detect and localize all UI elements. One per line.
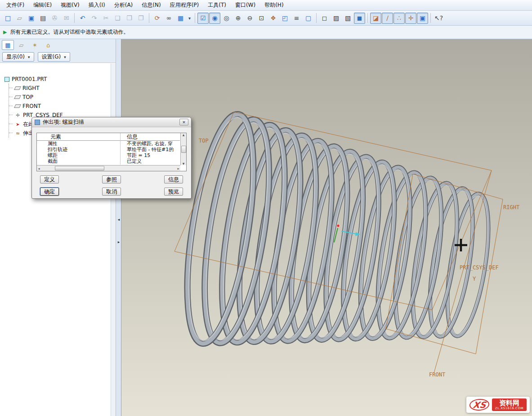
saved-views-button[interactable]: ◰	[279, 13, 291, 24]
print-button[interactable]: ▤	[37, 13, 49, 24]
element-table: 元素 信息 属性 不变的螺距, 右旋, 穿 扫引轨迹 草绘平面 - 特征#1的 …	[36, 133, 187, 171]
collapse-left-icon[interactable]: ◂	[116, 217, 121, 222]
tree-item-top-plane[interactable]: TOP	[9, 93, 116, 102]
point-display-button[interactable]: ∴	[393, 13, 405, 24]
folder-browser-tab[interactable]: ▱	[15, 40, 27, 50]
define-button[interactable]: 定义	[40, 175, 59, 183]
tree-root-part[interactable]: PRT0001.PRT	[4, 75, 116, 84]
column-header-info: 信息	[121, 133, 180, 140]
scrollbar-thumb[interactable]	[55, 166, 104, 170]
print-manager-button: ✇	[49, 13, 60, 24]
annotation-display-button[interactable]: ▣	[417, 13, 428, 24]
context-help-button[interactable]: ↖?	[433, 13, 444, 24]
save-button[interactable]: ▣	[26, 13, 37, 24]
tree-item-label: FRONT	[22, 103, 41, 109]
undo-button[interactable]: ↶	[77, 13, 88, 24]
csys-display-button[interactable]: ✛	[405, 13, 416, 24]
menu-edit[interactable]: 编辑(E)	[29, 0, 56, 10]
menu-tools[interactable]: 工具(T)	[203, 0, 231, 10]
horizontal-scrollbar[interactable]: ◄ ►	[37, 165, 180, 171]
no-hidden-button[interactable]: ▧	[342, 13, 353, 24]
expand-right-icon[interactable]: ▸	[116, 240, 121, 244]
csys-label: PRT_CSYS_DEF	[460, 264, 499, 271]
cell-element: 截面	[37, 158, 121, 165]
settings-dropdown-button[interactable]: 设置(G) ▾	[38, 52, 70, 62]
display-visibility-button[interactable]: ◎	[221, 13, 232, 24]
repaint-button[interactable]: ❖	[268, 13, 279, 24]
menu-insert[interactable]: 插入(I)	[84, 0, 110, 10]
dialog-title: 伸出项: 螺旋扫描	[43, 118, 84, 126]
close-icon[interactable]: ✕	[179, 119, 188, 125]
dialog-title-bar[interactable]: 伸出项: 螺旋扫描 ✕	[32, 117, 191, 127]
new-file-button[interactable]: □	[2, 13, 13, 24]
application-window: 文件(F) 编辑(E) 视图(V) 插入(I) 分析(A) 信息(N) 应用程序…	[0, 0, 532, 416]
menu-help[interactable]: 帮助(H)	[260, 0, 288, 10]
panel-splitter[interactable]: ◂ ▸	[116, 39, 121, 416]
ok-button[interactable]: 确定	[40, 188, 59, 196]
menu-info[interactable]: 信息(N)	[137, 0, 165, 10]
graphics-area[interactable]: TOP RIGHT FRONT PRT_CSYS_DEF Y XS 资料网 ZL…	[121, 39, 532, 416]
table-row-section[interactable]: 截面 已定义	[37, 158, 180, 164]
datum-axis-display-button[interactable]: ∕	[382, 13, 393, 24]
sketcher-palette-button[interactable]: ◉	[209, 13, 220, 24]
filter-dropdown-arrow[interactable]: ▾	[187, 13, 192, 24]
zoom-out-button[interactable]: ⊖	[244, 13, 255, 24]
cancel-button[interactable]: 取消	[102, 188, 121, 196]
paste-special-button: ❐	[135, 13, 147, 24]
datum-plane-icon	[14, 95, 21, 99]
open-folder-button[interactable]: ▱	[14, 13, 25, 24]
preview-button[interactable]: 预览	[164, 188, 183, 196]
tree-item-front-plane[interactable]: FRONT	[9, 102, 116, 111]
datum-plane-display-button[interactable]: ◪	[370, 13, 381, 24]
find-button[interactable]: ∞	[163, 13, 174, 24]
right-plane-label: RIGHT	[503, 204, 519, 210]
references-button[interactable]: 参照	[102, 175, 121, 183]
main-area: ▦ ▱ ✶ ⌂ 显示(0) ▾ 设置(G) ▾ PRT0001.PRT	[0, 39, 532, 416]
dialog-button-row-1: 定义 参照 信息	[36, 175, 187, 183]
spring-model[interactable]	[174, 110, 496, 348]
scroll-left-icon[interactable]: ◄	[38, 167, 40, 170]
menu-file[interactable]: 文件(F)	[2, 0, 29, 10]
chevron-down-icon: ▾	[64, 55, 66, 59]
dialog-icon	[35, 120, 40, 125]
3d-scene: TOP RIGHT FRONT PRT_CSYS_DEF Y	[121, 39, 532, 416]
table-rows: 属性 不变的螺距, 右旋, 穿 扫引轨迹 草绘平面 - 特征#1的 螺距 节距 …	[37, 141, 180, 164]
history-tab[interactable]: ⌂	[42, 40, 54, 50]
watermark-domain: ZL.XS1616.COM	[495, 407, 523, 410]
csys-y-axis-label: Y	[473, 276, 476, 282]
vertical-scrollbar[interactable]: ▲ ▼	[180, 133, 186, 165]
menu-window[interactable]: 窗口(W)	[231, 0, 260, 10]
shaded-button[interactable]: ◼	[354, 13, 365, 24]
menu-view[interactable]: 视图(V)	[56, 0, 84, 10]
tree-root-label: PRT0001.PRT	[12, 76, 47, 82]
toolbar-separator	[367, 13, 368, 23]
tree-item-right-plane[interactable]: RIGHT	[9, 84, 116, 93]
scrollbar-thumb[interactable]	[181, 146, 186, 153]
toolbar-separator	[195, 13, 195, 23]
verify-button[interactable]: ☑	[197, 13, 209, 24]
scroll-down-icon[interactable]: ▼	[183, 162, 185, 165]
view-manager-button[interactable]: ▢	[303, 13, 314, 24]
wireframe-button[interactable]: ◻	[319, 13, 330, 24]
scroll-up-icon[interactable]: ▲	[183, 133, 185, 136]
show-dropdown-button[interactable]: 显示(0) ▾	[2, 52, 34, 62]
zoom-in-button[interactable]: ⊕	[232, 13, 244, 24]
layers-button[interactable]: ≡	[291, 13, 302, 24]
message-arrow-icon: ▶	[3, 29, 7, 35]
scroll-right-icon[interactable]: ►	[177, 167, 179, 170]
tree-scrollbar[interactable]	[111, 63, 116, 416]
main-toolbar: □ ▱ ▣ ▤ ✇ ✉ ↶ ↷ ✂ ❏ ❒ ❐ ⟳ ∞ ▦ ▾ ☑ ◉ ◎ ⊕ …	[0, 11, 532, 26]
chevron-down-icon: ▾	[28, 55, 30, 59]
model-tree-tab[interactable]: ▦	[2, 40, 14, 50]
menu-applications[interactable]: 应用程序(P)	[165, 0, 204, 10]
regenerate-button[interactable]: ⟳	[152, 13, 163, 24]
hidden-line-button[interactable]: ▨	[331, 13, 342, 24]
top-plane-label: TOP	[199, 138, 209, 144]
select-filter-button[interactable]: ▦	[175, 13, 186, 24]
dialog-button-row-2: 确定 取消 预览	[36, 188, 187, 196]
refit-button[interactable]: ⊡	[256, 13, 267, 24]
favorites-tab[interactable]: ✶	[29, 40, 41, 50]
info-button[interactable]: 信息	[164, 175, 183, 183]
cell-info: 已定义	[121, 158, 180, 165]
menu-analysis[interactable]: 分析(A)	[110, 0, 138, 10]
